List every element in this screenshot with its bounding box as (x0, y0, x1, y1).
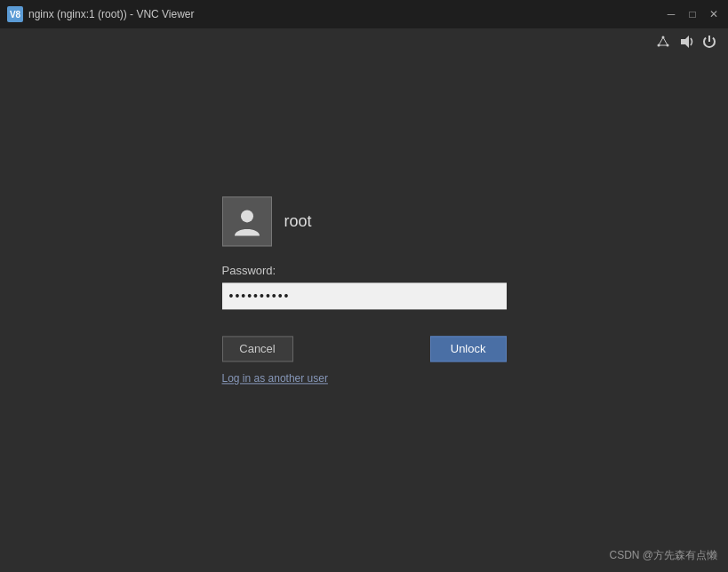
svg-point-7 (241, 210, 253, 222)
avatar (222, 196, 272, 246)
vnc-content: root Password: Cancel Unlock Log in as a… (0, 28, 728, 572)
unlock-button[interactable]: Unlock (430, 336, 507, 361)
log-in-another-button[interactable]: Log in as another user (222, 372, 328, 385)
cancel-button[interactable]: Cancel (222, 336, 293, 361)
username-label: root (284, 212, 312, 231)
volume-icon[interactable] (678, 34, 694, 53)
maximize-button[interactable]: □ (685, 7, 700, 21)
password-input-wrap (222, 282, 507, 309)
window-title: nginx (nginx:1 (root)) - VNC Viewer (28, 8, 195, 20)
close-button[interactable]: ✕ (707, 7, 721, 21)
titlebar: V8 nginx (nginx:1 (root)) - VNC Viewer ─… (0, 0, 728, 28)
titlebar-left: V8 nginx (nginx:1 (root)) - VNC Viewer (7, 6, 195, 22)
password-label: Password: (222, 264, 276, 277)
vnc-logo: V8 (7, 6, 23, 22)
system-tray (644, 28, 728, 59)
user-avatar-icon (231, 205, 263, 237)
network-icon[interactable] (655, 34, 671, 53)
user-row: root (222, 196, 312, 246)
minimize-button[interactable]: ─ (664, 7, 678, 21)
button-row: Cancel Unlock (222, 336, 507, 361)
login-dialog: root Password: Cancel Unlock Log in as a… (222, 196, 507, 385)
svg-line-3 (659, 37, 663, 45)
svg-marker-6 (681, 36, 689, 48)
watermark: CSDN @方先森有点懒 (609, 548, 717, 563)
password-input[interactable] (222, 282, 507, 309)
power-icon[interactable] (701, 34, 717, 53)
titlebar-controls: ─ □ ✕ (664, 7, 721, 21)
svg-line-4 (663, 37, 668, 45)
